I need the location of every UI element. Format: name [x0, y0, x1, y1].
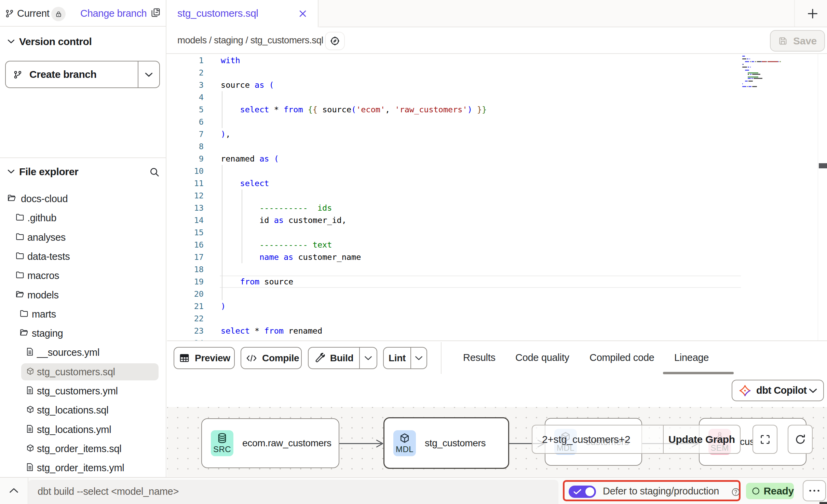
toolbar-button-label: Compile: [262, 353, 299, 364]
file-name: stg_customers.yml: [37, 386, 118, 397]
chevron-up-icon[interactable]: [9, 487, 18, 493]
build-dropdown[interactable]: [359, 348, 377, 368]
file-name: stg_locations.sql: [37, 405, 108, 416]
corner-mark: [819, 502, 827, 504]
file-tree-item-docs-cloud[interactable]: docs-cloud: [0, 189, 166, 208]
copilot-label: dbt Copilot: [756, 385, 807, 396]
code-line-23: 23select * from renamed: [167, 325, 827, 337]
bottom-panel: PreviewCompileBuildLint ResultsCode qual…: [167, 340, 827, 477]
more-options-button[interactable]: [803, 480, 826, 501]
line-number: 19: [183, 276, 204, 288]
selector-value: 2+stg_customers+2: [542, 434, 630, 445]
branch-icon: [13, 70, 23, 79]
file-tree-item--github[interactable]: .github: [0, 208, 166, 227]
lineage-node-mdl[interactable]: MDLstg_customers: [383, 417, 509, 469]
lineage-selector-input[interactable]: 2+stg_customers+2: [532, 425, 663, 454]
code-line-24: 24: [167, 337, 827, 340]
cube-icon: [399, 432, 410, 444]
status-circle-icon: [751, 486, 760, 496]
create-branch-dropdown[interactable]: [138, 61, 159, 87]
panel-tab-code-quality[interactable]: Code quality: [515, 341, 569, 374]
toggle-knob: [585, 487, 594, 496]
code-line-11: 11 select: [167, 177, 827, 190]
file-explorer-section-header[interactable]: File explorer: [0, 164, 166, 179]
refresh-button[interactable]: [788, 425, 813, 454]
breadcrumb: models / staging / stg_customers.sql: [177, 27, 323, 53]
version-control-section-header[interactable]: Version control: [0, 34, 166, 49]
code-line-14: 14 id as customer_id,: [167, 214, 827, 226]
model-cube-icon: [26, 367, 35, 377]
code-editor[interactable]: 1with23source as (45 select * from {{ so…: [167, 54, 827, 340]
table-icon: [179, 353, 190, 363]
code-line-16: 16 ---------- text: [167, 239, 827, 251]
file-tree-item-analyses[interactable]: analyses: [0, 228, 166, 247]
file-tree-item-stg-customers-yml[interactable]: stg_customers.yml: [0, 381, 166, 401]
tab-stg-customers-sql[interactable]: stg_customers.sql: [166, 0, 318, 27]
update-graph-button[interactable]: Update Graph: [663, 425, 741, 454]
plus-icon[interactable]: [806, 7, 819, 20]
file-name: staging: [32, 328, 63, 339]
dbt-copilot-button[interactable]: dbt Copilot: [732, 380, 824, 401]
file-tree-item-marts[interactable]: marts: [0, 305, 166, 324]
lint-button[interactable]: Lint: [383, 347, 427, 369]
code-line-10: 10: [167, 165, 827, 177]
save-label: Save: [793, 35, 817, 47]
save-button[interactable]: Save: [770, 30, 825, 52]
help-icon[interactable]: [731, 488, 740, 496]
chevron-down-icon: [8, 39, 15, 44]
file-tree-item-macros[interactable]: macros: [0, 266, 166, 285]
lineage-node-src[interactable]: SRCecom.raw_customers: [201, 418, 339, 468]
folder-icon: [15, 213, 24, 223]
toolbar-tabs-divider: [441, 342, 442, 374]
folder-icon: [15, 232, 24, 242]
file-name: analyses: [27, 232, 66, 243]
line-number: 17: [183, 251, 204, 263]
create-branch-button[interactable]: Create branch: [5, 61, 160, 88]
file-tree-item-data-tests[interactable]: data-tests: [0, 247, 166, 266]
current-branch-label: Current: [17, 0, 50, 27]
preview-button[interactable]: Preview: [174, 347, 235, 369]
file-tree-item-stg-locations-yml[interactable]: stg_locations.yml: [0, 420, 166, 439]
minimap[interactable]: [742, 54, 817, 340]
copy-icon[interactable]: [150, 8, 161, 19]
lint-dropdown[interactable]: [410, 348, 426, 368]
compile-button[interactable]: Compile: [241, 347, 302, 369]
panel-tab-compiled-code[interactable]: Compiled code: [589, 341, 654, 374]
create-branch-main[interactable]: Create branch: [6, 61, 138, 87]
fullscreen-button[interactable]: [753, 425, 777, 454]
lineage-graph[interactable]: SRCecom.raw_customersMDLstg_customersMDL…: [167, 407, 827, 477]
file-tree-item-stg-customers-sql[interactable]: stg_customers.sql: [0, 362, 166, 381]
file-name: stg_order_items.sql: [37, 443, 121, 454]
file-tree-item--sources-yml[interactable]: __sources.yml: [0, 343, 166, 362]
file-tree-item-stg-order-items-yml[interactable]: stg_order_items.yml: [0, 458, 166, 477]
file-name: stg_customers.sql: [37, 366, 115, 377]
code-line-2: 2: [167, 67, 827, 79]
code-line-22: 22: [167, 312, 827, 325]
file-tree-item-stg-locations-sql[interactable]: stg_locations.sql: [0, 401, 166, 420]
search-icon[interactable]: [149, 167, 160, 178]
code-line-8: 8: [167, 140, 827, 153]
panel-tab-results[interactable]: Results: [463, 341, 496, 374]
code-line-13: 13 ---------- ids: [167, 202, 827, 214]
fullscreen-icon: [759, 434, 771, 445]
file-name: data-tests: [27, 251, 70, 262]
file-tree-item-staging[interactable]: staging: [0, 324, 166, 343]
change-branch-link[interactable]: Change branch: [80, 0, 147, 27]
model-cube-icon: [26, 444, 35, 454]
line-number: 7: [183, 128, 204, 140]
file-name: models: [27, 289, 59, 300]
code-line-20: 20: [167, 288, 827, 300]
file-tree-item-stg-order-items-sql[interactable]: stg_order_items.sql: [0, 439, 166, 458]
line-number: 13: [183, 202, 204, 214]
close-icon[interactable]: [297, 8, 308, 19]
command-input[interactable]: dbt build --select <model_name>: [28, 480, 558, 504]
build-button[interactable]: Build: [308, 347, 377, 369]
line-number: 14: [183, 214, 204, 226]
panel-tab-lineage[interactable]: Lineage: [674, 341, 709, 374]
compass-button[interactable]: [325, 32, 345, 50]
line-number: 18: [183, 263, 204, 276]
dbt-logo-icon: [738, 384, 751, 397]
defer-toggle[interactable]: [569, 486, 596, 498]
file-tree-item-models[interactable]: models: [0, 285, 166, 305]
line-number: 11: [183, 177, 204, 190]
